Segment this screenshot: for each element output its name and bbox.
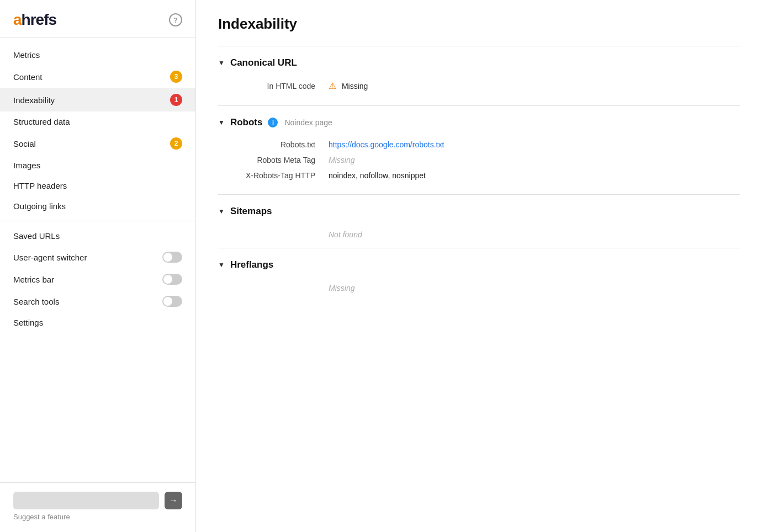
chevron-down-icon: ▼ <box>218 261 225 269</box>
user-agent-toggle[interactable] <box>162 252 182 263</box>
sidebar-item-http-headers[interactable]: HTTP headers <box>0 175 195 196</box>
nav-items: Metrics Content 3 Indexability 1 Structu… <box>0 42 195 482</box>
sidebar-item-label: Structured data <box>13 117 70 126</box>
robots-header[interactable]: ▼ Robots i Noindex page <box>218 106 740 137</box>
robots-content: Robots.txt https://docs.google.com/robot… <box>218 137 740 194</box>
sidebar-item-label: Metrics <box>13 50 40 60</box>
info-icon: i <box>268 118 278 127</box>
sidebar-item-structured-data[interactable]: Structured data <box>0 111 195 132</box>
sidebar-bottom: → Suggest a feature <box>0 482 195 532</box>
robots-title: Robots <box>230 117 263 128</box>
metrics-bar-label: Metrics bar <box>13 275 54 284</box>
robots-txt-link[interactable]: https://docs.google.com/robots.txt <box>329 140 444 149</box>
sidebar-item-metrics[interactable]: Metrics <box>0 45 195 65</box>
search-tools-row: Search tools <box>0 290 195 312</box>
sidebar-item-label: Outgoing links <box>13 201 66 211</box>
sidebar-item-content[interactable]: Content 3 <box>0 65 195 88</box>
badge-indexability: 1 <box>170 94 182 106</box>
sidebar-item-label: Settings <box>13 318 43 327</box>
section-robots: ▼ Robots i Noindex page Robots.txt https… <box>218 106 740 195</box>
sitemaps-empty: Not found <box>218 226 740 248</box>
metrics-bar-toggle[interactable] <box>162 274 182 285</box>
sitemaps-title: Sitemaps <box>230 206 272 217</box>
hreflangs-header[interactable]: ▼ Hreflangs <box>218 248 740 279</box>
sidebar-item-label: Content <box>13 72 43 82</box>
sidebar-item-social[interactable]: Social 2 <box>0 132 195 155</box>
help-icon[interactable]: ? <box>169 13 182 26</box>
section-canonical-url: ▼ Canonical URL In HTML code ⚠ Missing <box>218 46 740 106</box>
search-tools-label: Search tools <box>13 297 59 306</box>
warning-icon: ⚠ <box>329 81 336 91</box>
robots-meta-tag-value: Missing <box>329 156 354 164</box>
arrow-icon: → <box>169 496 178 506</box>
robots-meta-tag-label: Robots Meta Tag <box>218 156 329 164</box>
logo: ahrefs <box>13 11 56 29</box>
canonical-url-header[interactable]: ▼ Canonical URL <box>218 46 740 77</box>
in-html-missing-text: Missing <box>342 82 368 91</box>
sitemaps-header[interactable]: ▼ Sitemaps <box>218 195 740 226</box>
canonical-url-content: In HTML code ⚠ Missing <box>218 77 740 105</box>
page-title: Indexability <box>218 15 740 33</box>
canonical-url-title: Canonical URL <box>230 57 297 68</box>
robots-meta-tag-row: Robots Meta Tag Missing <box>218 152 740 168</box>
x-robots-tag-row: X-Robots-Tag HTTP noindex, nofollow, nos… <box>218 168 740 183</box>
sidebar-item-label: Social <box>13 139 36 148</box>
badge-content: 3 <box>170 71 182 83</box>
sidebar-divider <box>0 38 195 38</box>
main-content: Indexability ▼ Canonical URL In HTML cod… <box>196 0 762 532</box>
sidebar-item-saved-urls[interactable]: Saved URLs <box>0 226 195 246</box>
hreflangs-title: Hreflangs <box>230 259 273 270</box>
user-agent-switcher-row: User-agent switcher <box>0 246 195 268</box>
robots-subtitle: Noindex page <box>284 118 332 127</box>
robots-txt-row: Robots.txt https://docs.google.com/robot… <box>218 137 740 152</box>
section-hreflangs: ▼ Hreflangs Missing <box>218 248 740 301</box>
metrics-bar-row: Metrics bar <box>0 268 195 290</box>
section-sitemaps: ▼ Sitemaps Not found <box>218 195 740 248</box>
logo-rest: hrefs <box>22 11 56 28</box>
in-html-label: In HTML code <box>218 82 329 91</box>
sidebar-item-images[interactable]: Images <box>0 155 195 175</box>
sidebar-item-settings[interactable]: Settings <box>0 312 195 333</box>
sidebar-header: ahrefs ? <box>0 0 195 38</box>
suggest-row: → <box>13 492 182 509</box>
suggest-input[interactable] <box>13 492 159 509</box>
in-html-value: ⚠ Missing <box>329 81 368 91</box>
hreflangs-empty: Missing <box>218 279 740 301</box>
x-robots-tag-label: X-Robots-Tag HTTP <box>218 171 329 180</box>
x-robots-tag-value: noindex, nofollow, nosnippet <box>329 171 426 180</box>
sidebar-item-label: Indexability <box>13 95 55 105</box>
sidebar: ahrefs ? Metrics Content 3 Indexability … <box>0 0 196 532</box>
chevron-down-icon: ▼ <box>218 59 225 67</box>
suggest-button[interactable]: → <box>165 492 182 509</box>
user-agent-label: User-agent switcher <box>13 253 87 262</box>
suggest-feature-label: Suggest a feature <box>13 513 182 521</box>
chevron-down-icon: ▼ <box>218 208 225 215</box>
robots-txt-label: Robots.txt <box>218 140 329 149</box>
search-tools-toggle[interactable] <box>162 296 182 307</box>
canonical-in-html-row: In HTML code ⚠ Missing <box>218 77 740 94</box>
sidebar-item-label: HTTP headers <box>13 181 67 190</box>
sidebar-item-label: Saved URLs <box>13 231 60 241</box>
sidebar-item-outgoing-links[interactable]: Outgoing links <box>0 196 195 216</box>
sidebar-item-indexability[interactable]: Indexability 1 <box>0 88 195 111</box>
sidebar-section-divider <box>0 221 195 221</box>
sidebar-item-label: Images <box>13 161 40 170</box>
chevron-down-icon: ▼ <box>218 119 225 126</box>
badge-social: 2 <box>170 137 182 150</box>
logo-a: a <box>13 11 22 28</box>
